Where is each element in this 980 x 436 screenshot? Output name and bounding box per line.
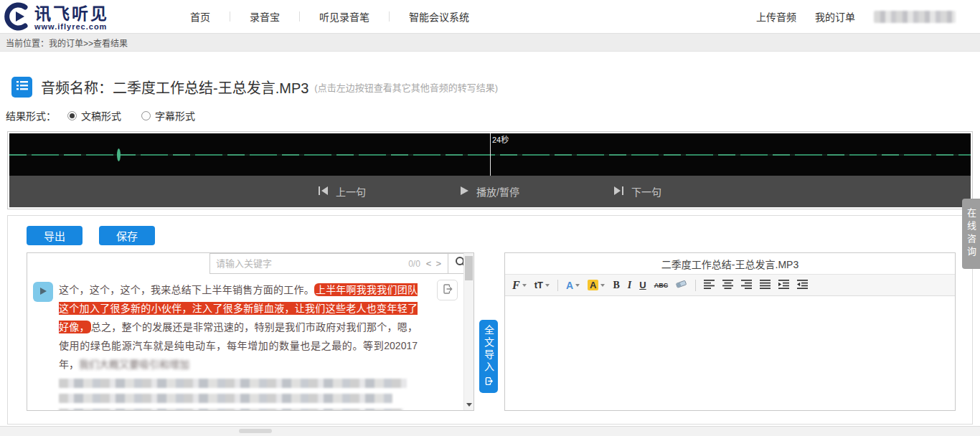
nav-item-home[interactable]: 首页 [171, 9, 230, 24]
search-box: 0/0 < > [209, 253, 473, 274]
save-button[interactable]: 保存 [99, 226, 155, 245]
font-size-button[interactable]: tT [534, 280, 550, 290]
nav-item-meeting-system[interactable]: 智能会议系统 [390, 9, 489, 24]
search-input[interactable] [210, 254, 408, 273]
outdent-icon [797, 279, 808, 292]
play-icon [461, 186, 468, 197]
transcript-paragraph: 这个，这个，这个，我来总结下上半年销售方面的工作。上半年啊我我我们团队这个加入了… [59, 280, 418, 374]
waveform[interactable]: 24秒 [9, 133, 971, 176]
bold-button[interactable]: B [613, 280, 619, 291]
align-justify-button[interactable] [760, 279, 771, 292]
toolbar-separator [557, 280, 558, 291]
align-justify-icon [760, 279, 771, 292]
horizontal-scrollbar-thumb[interactable] [239, 429, 272, 433]
dropdown-caret-icon [600, 284, 605, 287]
nav-item-recorder[interactable]: 录音宝 [230, 9, 299, 24]
user-account-blurred[interactable] [874, 11, 956, 23]
dropdown-caret-icon [575, 284, 580, 287]
align-right-button[interactable] [741, 279, 752, 292]
audio-list-button[interactable] [11, 77, 32, 98]
transcript-text-normal: 这个，这个，这个，我来总结下上半年销售方面的工作。 [59, 284, 314, 295]
transcript-text-redacted: 我们大概又要吸引和增加 [79, 359, 189, 370]
fulltext-import-label: 全文导入 [481, 325, 496, 374]
search-prev-button[interactable]: < [426, 258, 432, 269]
player-controls-bar: 上一句 播放/暂停 下一句 [9, 176, 971, 207]
radio-label: 字幕形式 [155, 108, 195, 123]
indent-icon [778, 279, 789, 292]
segment-export-button[interactable] [437, 280, 458, 300]
header-right: 上传音频 我的订单 [756, 0, 956, 33]
my-orders-link[interactable]: 我的订单 [815, 9, 855, 24]
playhead-cursor[interactable]: 24秒 [490, 133, 491, 176]
radio-label: 文稿形式 [81, 108, 121, 123]
next-icon [614, 186, 623, 197]
highlight-color-button[interactable]: A [588, 280, 605, 290]
previous-icon [319, 186, 328, 197]
bottom-strip [0, 426, 980, 436]
font-family-button[interactable]: F [512, 279, 527, 292]
audio-player: 24秒 上一句 播放/暂停 下一句 [7, 131, 973, 209]
font-size-icon: tT [534, 280, 543, 290]
font-color-button[interactable]: A [566, 280, 580, 291]
align-left-button[interactable] [704, 279, 715, 292]
export-arrow-icon [442, 283, 453, 298]
top-navbar: 讯飞听见 www.iflyrec.com 首页 录音宝 听见录音笔 智能会议系统… [0, 0, 980, 33]
vertical-scrollbar[interactable] [463, 253, 473, 410]
previous-sentence-button[interactable]: 上一句 [319, 184, 366, 199]
breadcrumb-text: 当前位置：我的订单>>查看结果 [6, 37, 128, 49]
result-container: 导出 保存 0/0 < > [7, 215, 973, 425]
playhead-time-label: 24秒 [492, 133, 509, 145]
align-center-icon [722, 279, 733, 292]
segment-play-icon [39, 285, 47, 298]
scrollbar-thumb[interactable] [465, 256, 473, 280]
align-center-button[interactable] [722, 279, 733, 292]
editor-content-area[interactable] [505, 297, 955, 410]
waveform-peak [117, 148, 121, 161]
result-format-row: 结果形式： 文稿形式 字幕形式 [6, 108, 195, 123]
clear-format-button[interactable] [676, 279, 687, 292]
radio-option-document[interactable]: 文稿形式 [67, 108, 121, 123]
previous-label: 上一句 [336, 184, 366, 199]
play-pause-label: 播放/暂停 [476, 184, 519, 199]
radio-icon-unchecked[interactable] [141, 111, 151, 120]
redacted-content-block [59, 379, 418, 410]
fulltext-import-button[interactable]: 全文导入 [479, 320, 498, 393]
logo[interactable]: 讯飞听见 www.iflyrec.com [4, 2, 109, 34]
font-family-icon: F [512, 279, 520, 292]
nav-item-recording-pen[interactable]: 听见录音笔 [300, 9, 389, 24]
next-sentence-button[interactable]: 下一句 [614, 184, 661, 199]
main-nav: 首页 录音宝 听见录音笔 智能会议系统 [171, 0, 489, 33]
toolbar-separator [695, 280, 696, 291]
radio-icon-checked[interactable] [67, 111, 77, 120]
scrollbar-down-arrow-icon[interactable] [466, 403, 472, 407]
radio-option-subtitle[interactable]: 字幕形式 [141, 108, 195, 123]
outdent-button[interactable] [797, 279, 808, 292]
dropdown-caret-icon [545, 284, 550, 287]
underline-button[interactable]: U [639, 280, 646, 290]
search-next-button[interactable]: > [435, 258, 441, 269]
import-arrow-icon [484, 376, 494, 389]
search-match-counter: 0/0 [408, 259, 420, 269]
segment-play-button[interactable] [33, 282, 53, 302]
italic-button[interactable]: I [628, 280, 631, 291]
redacted-line [59, 394, 392, 403]
list-icon [17, 80, 28, 94]
indent-button[interactable] [778, 279, 789, 292]
transcript-editable-area[interactable]: 这个，这个，这个，我来总结下上半年销售方面的工作。上半年啊我我我们团队这个加入了… [27, 274, 463, 410]
strikethrough-button[interactable]: ABC [654, 282, 669, 289]
audio-title-row: 音频名称：二季度工作总结-王总发言.MP3 (点击左边按钮查看其它其他音频的转写… [11, 77, 498, 98]
online-consult-tab[interactable]: 在线咨询 [962, 199, 980, 269]
align-left-icon [704, 279, 715, 292]
dropdown-caret-icon [522, 284, 527, 287]
redacted-line [59, 409, 403, 410]
highlight-color-icon: A [588, 280, 598, 290]
ear-play-logo-icon [4, 2, 32, 34]
page: 讯飞听见 www.iflyrec.com 首页 录音宝 听见录音笔 智能会议系统… [0, 0, 980, 436]
upload-audio-link[interactable]: 上传音频 [756, 9, 796, 24]
export-button[interactable]: 导出 [27, 226, 83, 245]
editor-toolbar: F tT A A B I U ABC [505, 275, 955, 296]
play-pause-button[interactable]: 播放/暂停 [461, 184, 519, 199]
next-label: 下一句 [631, 184, 661, 199]
font-color-icon: A [566, 280, 573, 291]
audio-name-hint: (点击左边按钮查看其它其他音频的转写结果) [314, 80, 498, 94]
